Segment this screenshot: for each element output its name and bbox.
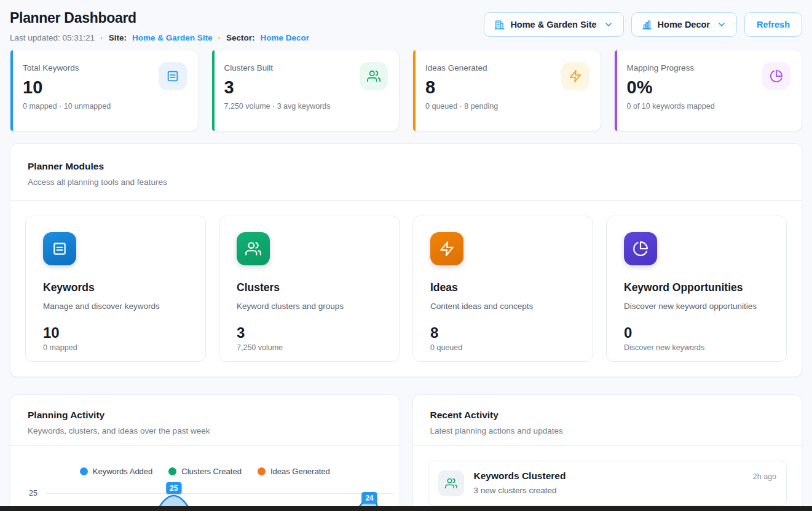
document-icon — [159, 62, 187, 90]
module-stat-label: 0 queued — [430, 343, 575, 352]
sector-link[interactable]: Home Decor — [260, 33, 309, 42]
legend-dot-icon — [258, 467, 266, 475]
section-subtitle: Keywords, clusters, and ideas over the p… — [28, 426, 382, 435]
module-stat-label: 7,250 volume — [237, 343, 382, 352]
pie-chart-icon — [624, 232, 657, 265]
last-updated-text: Last updated: 05:31:21 — [10, 33, 95, 42]
legend-label: Ideas Generated — [270, 467, 330, 476]
screen-bottom-bar — [0, 506, 812, 511]
data-point-label: 25 — [166, 482, 181, 494]
site-dropdown-label: Home & Garden Site — [510, 20, 596, 29]
stat-cards-row: Total Keywords 10 0 mapped · 10 unmapped… — [10, 50, 802, 131]
refresh-button[interactable]: Refresh — [744, 12, 802, 37]
header-left: Planner Dashboard Last updated: 05:31:21… — [10, 9, 309, 43]
module-title: Keywords — [43, 281, 188, 294]
legend-item-keywords-added: Keywords Added — [80, 467, 153, 476]
data-point-label: 24 — [361, 492, 377, 504]
planning-activity-panel: Planning Activity Keywords, clusters, an… — [10, 394, 400, 511]
legend-dot-icon — [80, 467, 88, 475]
legend-item-clusters-created: Clusters Created — [168, 467, 242, 476]
section-title: Recent Activity — [430, 410, 785, 421]
page-title: Planner Dashboard — [10, 9, 309, 27]
bolt-icon — [430, 232, 463, 265]
module-stat: 10 — [43, 325, 188, 341]
stat-detail: 0 mapped · 10 unmapped — [23, 102, 186, 111]
users-icon — [360, 62, 388, 90]
legend-label: Clusters Created — [181, 467, 242, 476]
module-stat: 0 — [624, 325, 769, 341]
module-stat: 3 — [237, 325, 382, 341]
site-link[interactable]: Home & Garden Site — [132, 33, 213, 42]
recent-activity-list: Keywords Clustered 2h ago 3 new clusters… — [413, 446, 802, 511]
refresh-label: Refresh — [757, 20, 790, 29]
sector-dropdown-button[interactable]: Home Decor — [631, 12, 737, 37]
stat-detail: 0 of 10 keywords mapped — [627, 102, 790, 111]
header: Planner Dashboard Last updated: 05:31:21… — [10, 9, 802, 43]
activity-item-keywords-clustered[interactable]: Keywords Clustered 2h ago 3 new clusters… — [428, 461, 787, 506]
module-title: Keyword Opportunities — [624, 281, 769, 294]
module-card-ideas[interactable]: Ideas Content ideas and concepts 8 0 que… — [412, 216, 593, 362]
module-title: Clusters — [237, 281, 382, 294]
meta-separator: · — [218, 33, 221, 42]
module-description: Manage and discover keywords — [43, 302, 188, 311]
recent-activity-header: Recent Activity Latest planning actions … — [413, 395, 802, 445]
meta-separator: · — [100, 33, 103, 42]
recent-activity-panel: Recent Activity Latest planning actions … — [412, 394, 803, 511]
module-card-keyword-opportunities[interactable]: Keyword Opportunities Discover new keywo… — [606, 216, 787, 362]
stat-card-total-keywords: Total Keywords 10 0 mapped · 10 unmapped — [10, 50, 199, 131]
users-icon — [438, 470, 464, 496]
activity-chart: Keywords Added Clusters Created Ideas Ge… — [10, 467, 400, 511]
document-icon — [43, 232, 76, 265]
sector-label: Sector: — [226, 33, 255, 42]
module-card-keywords[interactable]: Keywords Manage and discover keywords 10… — [25, 216, 206, 362]
module-stat: 8 — [430, 325, 575, 341]
stat-detail: 0 queued · 8 pending — [425, 102, 588, 111]
section-title: Planner Modules — [28, 161, 784, 172]
divider — [10, 445, 400, 446]
chevron-down-icon — [604, 20, 613, 29]
module-title: Ideas — [430, 281, 575, 294]
module-description: Discover new keyword opportunities — [624, 302, 769, 311]
bottom-row: Planning Activity Keywords, clusters, an… — [10, 394, 802, 511]
stat-card-mapping-progress: Mapping Progress 0% 0 of 10 keywords map… — [614, 50, 803, 131]
module-description: Content ideas and concepts — [430, 302, 575, 311]
sector-dropdown-label: Home Decor — [658, 20, 710, 29]
activity-top-row: Keywords Clustered 2h ago — [474, 470, 777, 482]
activity-title: Keywords Clustered — [474, 470, 566, 482]
planner-modules-header: Planner Modules Access all planning tool… — [10, 144, 802, 200]
module-card-clusters[interactable]: Clusters Keyword clusters and groups 3 7… — [219, 216, 400, 362]
header-meta: Last updated: 05:31:21 · Site: Home & Ga… — [10, 32, 309, 43]
pie-chart-icon — [762, 62, 790, 90]
activity-content: Keywords Clustered 2h ago 3 new clusters… — [474, 470, 777, 495]
building-icon — [494, 20, 505, 30]
legend-label: Keywords Added — [93, 467, 153, 476]
bolt-icon — [561, 62, 589, 90]
module-stat-label: Discover new keywords — [624, 343, 769, 352]
section-subtitle: Access all planning tools and features — [28, 177, 784, 187]
legend-dot-icon — [168, 467, 176, 475]
legend-item-ideas-generated: Ideas Generated — [258, 467, 330, 476]
chart-legend: Keywords Added Clusters Created Ideas Ge… — [10, 467, 400, 476]
stat-card-ideas-generated: Ideas Generated 8 0 queued · 8 pending — [412, 50, 601, 131]
activity-description: 3 new clusters created — [474, 486, 777, 495]
module-stat-label: 0 mapped — [43, 343, 188, 352]
stat-detail: 7,250 volume · 3 avg keywords — [224, 102, 387, 111]
users-icon — [237, 232, 270, 265]
section-subtitle: Latest planning actions and updates — [430, 426, 785, 435]
modules-grid: Keywords Manage and discover keywords 10… — [10, 201, 802, 376]
module-description: Keyword clusters and groups — [237, 302, 382, 311]
planner-modules-panel: Planner Modules Access all planning tool… — [10, 143, 802, 377]
activity-timestamp: 2h ago — [753, 472, 776, 481]
chevron-down-icon — [717, 20, 727, 29]
header-controls: Home & Garden Site Home Decor Refresh — [484, 12, 802, 37]
site-label: Site: — [109, 33, 127, 42]
planner-dashboard-page: Planner Dashboard Last updated: 05:31:21… — [0, 0, 812, 511]
bar-chart-icon — [642, 20, 652, 30]
stat-card-clusters-built: Clusters Built 3 7,250 volume · 3 avg ke… — [211, 50, 400, 131]
planning-activity-header: Planning Activity Keywords, clusters, an… — [10, 395, 400, 445]
section-title: Planning Activity — [28, 410, 382, 421]
site-dropdown-button[interactable]: Home & Garden Site — [484, 12, 623, 37]
